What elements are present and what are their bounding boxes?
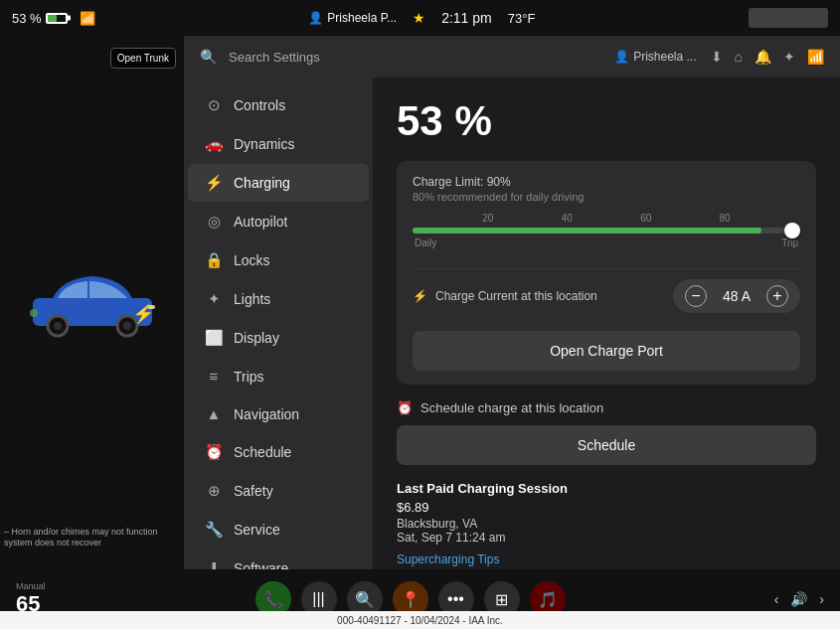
sim-icon: 📶 — [80, 11, 95, 26]
sidebar-item-lights[interactable]: ✦ Lights — [188, 280, 369, 318]
settings-header: 🔍 Search Settings 👤 Prisheela ... ⬇ ⌂ 🔔 … — [184, 36, 840, 78]
sidebar-item-display[interactable]: ⬜ Display — [188, 319, 369, 357]
clock-icon: ⏰ — [397, 400, 413, 415]
trips-icon: ≡ — [204, 368, 224, 385]
plug-icon: ⚡ — [413, 289, 427, 303]
safety-icon: ⊕ — [204, 482, 224, 500]
status-temp: 73°F — [508, 11, 536, 26]
left-panel: Open Trunk ⚡ – Horn and/or chimes may no… — [0, 36, 184, 569]
battery-icon — [46, 13, 68, 24]
current-value: 48 A — [719, 288, 755, 304]
schedule-icon: ⏰ — [204, 443, 224, 461]
slider-bottom-labels: Daily Trip — [413, 237, 800, 248]
open-trunk-button[interactable]: Open Trunk — [110, 48, 176, 69]
sidebar-item-safety[interactable]: ⊕ Safety — [188, 472, 369, 510]
charge-limit-sub: 80% recommended for daily driving — [413, 191, 800, 203]
sidebar-item-trips[interactable]: ≡ Trips — [188, 358, 369, 394]
autopilot-icon: ◎ — [204, 213, 224, 231]
svg-point-2 — [54, 322, 62, 330]
charge-limit-header: Charge Limit: 90% — [413, 175, 800, 189]
sidebar-item-charging[interactable]: ⚡ Charging — [188, 164, 369, 202]
schedule-section: ⏰ Schedule charge at this location Sched… — [397, 400, 816, 465]
slider-thumb[interactable] — [784, 223, 800, 238]
signal-icon[interactable]: 📶 — [807, 49, 824, 65]
lights-icon: ✦ — [204, 290, 224, 308]
search-icon: 🔍 — [200, 49, 217, 65]
sidebar-item-software[interactable]: ⬇ Software — [188, 550, 369, 569]
taskbar-right: ‹ 🔊 › — [745, 591, 824, 607]
download-icon[interactable]: ⬇ — [711, 49, 723, 65]
content-area: ⊙ Controls 🚗 Dynamics ⚡ Charging ◎ Autop… — [184, 78, 840, 569]
sidebar-item-service[interactable]: 🔧 Service — [188, 511, 369, 549]
service-icon: 🔧 — [204, 521, 224, 539]
locks-icon: 🔒 — [204, 251, 224, 269]
last-session-title: Last Paid Charging Session — [397, 481, 816, 496]
slider-labels: 20 40 60 80 — [413, 213, 800, 224]
header-user-icon: 👤 — [614, 50, 629, 64]
display-icon: ⬜ — [204, 329, 224, 347]
increase-current-button[interactable]: + — [766, 285, 788, 307]
search-placeholder[interactable]: Search Settings — [229, 50, 602, 65]
controls-icon: ⊙ — [204, 96, 224, 114]
navigation-icon: ▲ — [204, 405, 224, 422]
volume-icon[interactable]: 🔊 — [790, 591, 807, 607]
status-time: 2:11 pm — [441, 10, 492, 26]
status-center: 👤 Prisheela P... ★ 2:11 pm 73°F — [107, 10, 737, 26]
header-icons: ⬇ ⌂ 🔔 ✦ 📶 — [711, 49, 824, 65]
open-charge-port-button[interactable]: Open Charge Port — [413, 331, 800, 371]
bluetooth-icon[interactable]: ✦ — [783, 49, 795, 65]
sidebar: ⊙ Controls 🚗 Dynamics ⚡ Charging ◎ Autop… — [184, 78, 373, 569]
svg-point-4 — [123, 322, 131, 330]
header-right: 👤 Prisheela ... ⬇ ⌂ 🔔 ✦ 📶 — [614, 49, 824, 65]
star-icon: ★ — [413, 10, 425, 26]
last-session-amount: $6.89 — [397, 500, 816, 515]
user-icon: 👤 — [308, 11, 323, 25]
sidebar-item-locks[interactable]: 🔒 Locks — [188, 241, 369, 279]
battery-fill — [48, 15, 58, 22]
header-user: 👤 Prisheela ... — [614, 50, 696, 64]
sidebar-item-controls[interactable]: ⊙ Controls — [188, 86, 369, 124]
settings-panel: 🔍 Search Settings 👤 Prisheela ... ⬇ ⌂ 🔔 … — [184, 36, 840, 569]
slider-track[interactable] — [413, 228, 800, 234]
manual-label: Manual — [16, 581, 46, 591]
svg-point-6 — [30, 309, 38, 317]
sidebar-item-dynamics[interactable]: 🚗 Dynamics — [188, 125, 369, 163]
schedule-button[interactable]: Schedule — [397, 425, 816, 465]
charge-limit-card: Charge Limit: 90% 80% recommended for da… — [397, 161, 816, 385]
slider-fill — [413, 228, 761, 234]
battery-info: 53 % — [12, 11, 68, 26]
battery-percentage: 53 % — [12, 11, 42, 26]
chevron-left-icon[interactable]: ‹ — [774, 591, 779, 607]
last-session-date: Sat, Sep 7 11:24 am — [397, 531, 816, 545]
main-content: 53 % Charge Limit: 90% 80% recommended f… — [373, 78, 840, 569]
schedule-title: ⏰ Schedule charge at this location — [397, 400, 816, 415]
decrease-current-button[interactable]: − — [685, 285, 707, 307]
bell-icon[interactable]: 🔔 — [755, 49, 771, 65]
home-icon[interactable]: ⌂ — [735, 49, 743, 65]
chevron-right-icon[interactable]: › — [819, 591, 824, 607]
watermark: 000-40491127 - 10/04/2024 - IAA Inc. — [0, 611, 840, 629]
last-session-location: Blacksburg, VA — [397, 517, 816, 531]
charge-percent: 53 % — [397, 97, 816, 145]
software-icon: ⬇ — [204, 559, 224, 569]
charge-indicator: ⚡ — [132, 303, 154, 325]
charge-current-control: − 48 A + — [673, 279, 800, 313]
status-bar: 53 % 📶 👤 Prisheela P... ★ 2:11 pm 73°F — [0, 0, 840, 36]
status-user: 👤 Prisheela P... — [308, 11, 397, 25]
supercharging-tips-link[interactable]: Supercharging Tips — [397, 552, 816, 566]
dynamics-icon: 🚗 — [204, 135, 224, 153]
charge-current-label: ⚡ Charge Current at this location — [413, 289, 673, 303]
last-session: Last Paid Charging Session $6.89 Blacksb… — [397, 481, 816, 566]
warning-text: – Horn and/or chimes may not function sy… — [4, 527, 180, 550]
charge-current-row: ⚡ Charge Current at this location − 48 A… — [413, 268, 800, 323]
charging-icon: ⚡ — [204, 174, 224, 192]
sidebar-item-schedule[interactable]: ⏰ Schedule — [188, 433, 369, 471]
sidebar-item-autopilot[interactable]: ◎ Autopilot — [188, 203, 369, 240]
charge-limit-slider[interactable]: 20 40 60 80 Daily Trip — [413, 213, 800, 248]
map-thumbnail — [749, 8, 828, 28]
sidebar-item-navigation[interactable]: ▲ Navigation — [188, 395, 369, 432]
